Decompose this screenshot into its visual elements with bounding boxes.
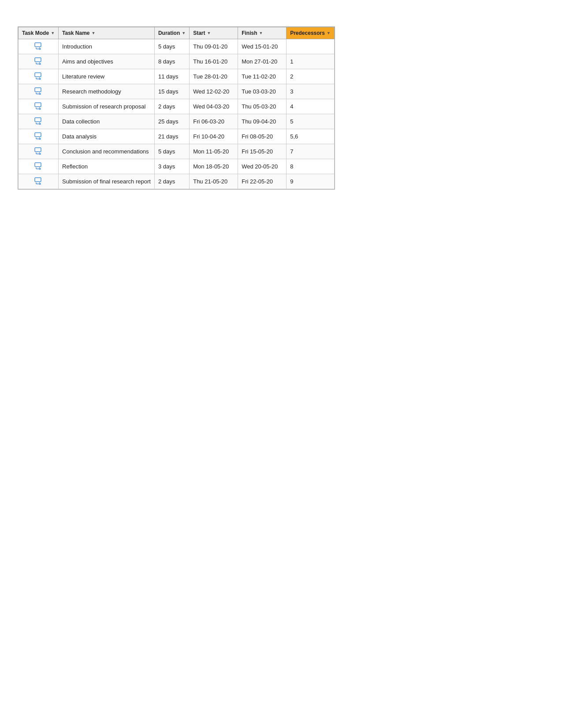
svg-rect-27 <box>35 178 41 182</box>
task-name-cell: Submission of research proposal <box>59 99 155 114</box>
col-header-start[interactable]: Start ▼ <box>190 27 238 39</box>
col-header-finish[interactable]: Finish ▼ <box>238 27 287 39</box>
task-name-cell: Research methodology <box>59 84 155 99</box>
table-row: Submission of research proposal2 daysWed… <box>19 99 335 114</box>
duration-cell: 11 days <box>154 69 189 84</box>
start-cell: Fri 10-04-20 <box>190 129 238 144</box>
task-mode-icon <box>34 132 42 140</box>
duration-sort-icon[interactable]: ▼ <box>182 31 186 35</box>
start-cell: Thu 21-05-20 <box>190 174 238 189</box>
col-start-label: Start <box>193 30 205 36</box>
predecessors-cell: 5 <box>287 114 335 129</box>
col-header-predecessors[interactable]: Predecessors ▼ <box>287 27 335 39</box>
predecessors-cell <box>287 39 335 54</box>
predecessors-cell: 5,6 <box>287 129 335 144</box>
duration-cell: 5 days <box>154 39 189 54</box>
task-mode-icon <box>34 72 42 80</box>
table-header-row: Task Mode ▼ Task Name ▼ Duration ▼ <box>19 27 335 39</box>
task-mode-icon <box>34 177 42 185</box>
task-mode-cell <box>19 69 59 84</box>
table-row: Data collection25 daysFri 06-03-20Thu 09… <box>19 114 335 129</box>
svg-rect-6 <box>35 73 41 77</box>
finish-cell: Thu 09-04-20 <box>238 114 287 129</box>
start-cell: Fri 06-03-20 <box>190 114 238 129</box>
start-cell: Wed 04-03-20 <box>190 99 238 114</box>
table-row: Submission of final research report2 day… <box>19 174 335 189</box>
finish-cell: Mon 27-01-20 <box>238 54 287 69</box>
finish-cell: Tue 03-03-20 <box>238 84 287 99</box>
task-mode-icon <box>34 102 42 110</box>
predecessors-cell: 2 <box>287 69 335 84</box>
col-task-name-label: Task Name <box>62 30 89 36</box>
task-mode-cell <box>19 144 59 159</box>
table-row: Aims and objectives8 daysThu 16-01-20Mon… <box>19 54 335 69</box>
col-task-mode-label: Task Mode <box>22 30 49 36</box>
table-row: Research methodology15 daysWed 12-02-20T… <box>19 84 335 99</box>
svg-rect-12 <box>35 103 41 107</box>
start-cell: Thu 09-01-20 <box>190 39 238 54</box>
predecessors-cell: 8 <box>287 159 335 174</box>
col-predecessors-label: Predecessors <box>290 30 325 36</box>
start-cell: Mon 11-05-20 <box>190 144 238 159</box>
svg-rect-21 <box>35 148 41 152</box>
svg-rect-18 <box>35 133 41 137</box>
finish-cell: Fri 08-05-20 <box>238 129 287 144</box>
finish-cell: Tue 11-02-20 <box>238 69 287 84</box>
task-mode-icon <box>34 117 42 125</box>
duration-cell: 15 days <box>154 84 189 99</box>
task-name-cell: Data collection <box>59 114 155 129</box>
predecessors-sort-icon[interactable]: ▼ <box>327 31 331 35</box>
duration-cell: 2 days <box>154 99 189 114</box>
task-name-cell: Aims and objectives <box>59 54 155 69</box>
start-cell: Wed 12-02-20 <box>190 84 238 99</box>
predecessors-cell: 1 <box>287 54 335 69</box>
duration-cell: 21 days <box>154 129 189 144</box>
project-table-container: Task Mode ▼ Task Name ▼ Duration ▼ <box>18 26 335 190</box>
task-mode-icon <box>34 42 42 50</box>
task-name-cell: Introduction <box>59 39 155 54</box>
task-name-cell: Literature review <box>59 69 155 84</box>
svg-rect-15 <box>35 118 41 122</box>
col-header-task-mode[interactable]: Task Mode ▼ <box>19 27 59 39</box>
svg-rect-24 <box>35 163 41 167</box>
col-header-duration[interactable]: Duration ▼ <box>154 27 189 39</box>
task-mode-icon <box>34 162 42 170</box>
finish-cell: Wed 15-01-20 <box>238 39 287 54</box>
predecessors-cell: 4 <box>287 99 335 114</box>
start-cell: Tue 28-01-20 <box>190 69 238 84</box>
task-name-sort-icon[interactable]: ▼ <box>92 31 96 35</box>
table-row: Data analysis21 daysFri 10-04-20Fri 08-0… <box>19 129 335 144</box>
task-mode-cell <box>19 54 59 69</box>
predecessors-cell: 7 <box>287 144 335 159</box>
task-mode-cell <box>19 114 59 129</box>
duration-cell: 25 days <box>154 114 189 129</box>
task-name-cell: Conclusion and recommendations <box>59 144 155 159</box>
col-duration-label: Duration <box>158 30 180 36</box>
table-row: Reflection3 daysMon 18-05-20Wed 20-05-20… <box>19 159 335 174</box>
start-sort-icon[interactable]: ▼ <box>207 31 211 35</box>
finish-sort-icon[interactable]: ▼ <box>259 31 263 35</box>
start-cell: Thu 16-01-20 <box>190 54 238 69</box>
task-name-cell: Submission of final research report <box>59 174 155 189</box>
table-row: Literature review11 daysTue 28-01-20Tue … <box>19 69 335 84</box>
task-mode-icon <box>34 147 42 155</box>
predecessors-cell: 9 <box>287 174 335 189</box>
task-name-cell: Data analysis <box>59 129 155 144</box>
predecessors-cell: 3 <box>287 84 335 99</box>
duration-cell: 8 days <box>154 54 189 69</box>
task-mode-sort-icon[interactable]: ▼ <box>51 31 55 35</box>
start-cell: Mon 18-05-20 <box>190 159 238 174</box>
task-mode-cell <box>19 174 59 189</box>
task-name-cell: Reflection <box>59 159 155 174</box>
col-finish-label: Finish <box>242 30 257 36</box>
project-table: Task Mode ▼ Task Name ▼ Duration ▼ <box>18 27 335 189</box>
task-mode-cell <box>19 84 59 99</box>
task-mode-cell <box>19 99 59 114</box>
table-row: Conclusion and recommendations5 daysMon … <box>19 144 335 159</box>
duration-cell: 3 days <box>154 159 189 174</box>
finish-cell: Wed 20-05-20 <box>238 159 287 174</box>
svg-rect-9 <box>35 88 41 92</box>
task-mode-cell <box>19 129 59 144</box>
task-mode-icon <box>34 87 42 95</box>
col-header-task-name[interactable]: Task Name ▼ <box>59 27 155 39</box>
